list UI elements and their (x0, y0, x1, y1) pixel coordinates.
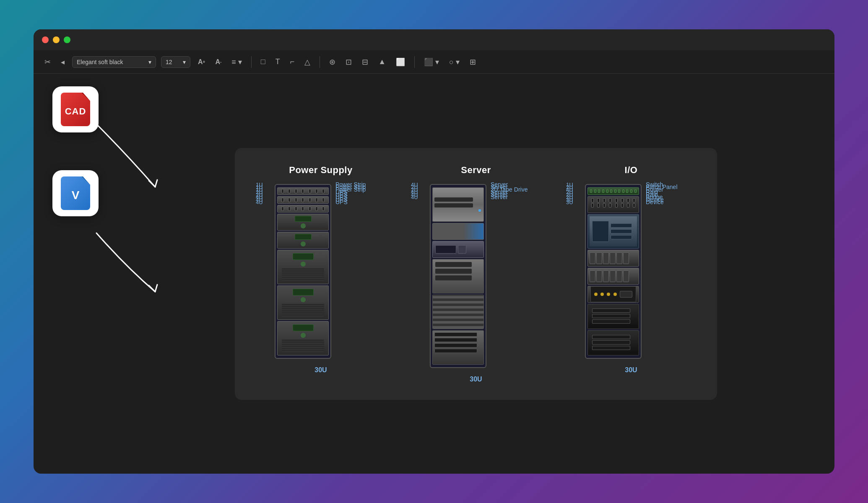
pp-16 (633, 203, 635, 207)
ups-2u-1 (277, 214, 329, 231)
ups-button-1 (301, 223, 306, 228)
server-rack-wrapper: 4U 2U 2U 4U 4U 4U (411, 184, 541, 368)
raid-2u-1 (587, 250, 639, 267)
rd-1 (590, 252, 595, 264)
sv-bay-3 (435, 275, 472, 280)
rectangle-button[interactable]: □ (258, 56, 268, 68)
text-button[interactable]: T (273, 56, 283, 68)
server-led-1 (478, 209, 481, 212)
router-row-1 (611, 223, 632, 228)
sp-2 (594, 189, 596, 193)
sp-1 (590, 189, 592, 193)
ups-vents-1 (282, 268, 325, 281)
arrow-button[interactable]: △ (302, 56, 313, 68)
socket-6 (315, 189, 318, 193)
socket-5 (309, 189, 311, 193)
rd-6 (623, 252, 629, 264)
scissors-button[interactable]: ✂ (42, 56, 53, 68)
sp-7 (614, 189, 616, 193)
io-labels-left: 1U 2U 4U 2U 2U 2U 3U (566, 184, 581, 203)
sv-slot-4 (434, 349, 477, 353)
socket-5 (309, 207, 311, 211)
ds-5 (592, 340, 630, 345)
sp-4 (602, 189, 604, 193)
font-selector[interactable]: Elegant soft black ▾ (72, 56, 156, 68)
router-face (590, 216, 637, 246)
power-strip-2 (277, 196, 329, 204)
rd-4 (610, 252, 616, 264)
sv-slot-3 (434, 343, 477, 347)
circle-button[interactable]: ○ ▾ (447, 56, 462, 68)
pp-12 (609, 203, 611, 207)
device-face-2 (590, 332, 637, 353)
rd-12 (623, 270, 629, 282)
patch-row-2 (590, 203, 637, 207)
fill-button[interactable]: ⬛ ▾ (421, 56, 442, 68)
connector-button[interactable]: ⌐ (288, 56, 297, 68)
ups-4u-2 (277, 285, 329, 320)
canvas-area[interactable]: Power Supply 1U 1U 1U 2U 2U (117, 74, 834, 474)
io-rack (585, 184, 642, 359)
flip-button[interactable]: ▲ (376, 56, 388, 68)
power-supply-rack (275, 184, 331, 359)
ups-display-5 (293, 324, 314, 331)
pointer-button[interactable]: ◂ (58, 56, 67, 68)
power-strip-3 (277, 205, 329, 213)
router-body (592, 221, 609, 242)
align-button[interactable]: ≡ ▾ (229, 56, 244, 68)
socket-4 (301, 207, 304, 211)
visio-app-icon[interactable]: V (52, 170, 99, 216)
decrease-font-button[interactable]: A- (213, 57, 224, 67)
cad-app-icon[interactable]: CAD (52, 86, 99, 132)
ds-1 (592, 309, 630, 313)
pp-15 (627, 203, 629, 207)
ups-display-1 (295, 216, 312, 222)
pp-2 (597, 198, 600, 202)
device-3u-1 (587, 304, 639, 329)
rd-10 (610, 270, 616, 282)
bp-4 (613, 293, 617, 296)
sv-bay-2 (435, 269, 472, 274)
pp-7 (627, 198, 629, 202)
sv-label-4u-4: 4U (411, 197, 426, 198)
socket-3 (295, 198, 297, 202)
font-size-selector[interactable]: 12 ▾ (161, 56, 190, 68)
server-labels-right: Server Server 2U Tape Drive Server Serve… (491, 184, 541, 198)
crop-button[interactable]: ⬜ (393, 56, 408, 68)
socket-1 (281, 207, 284, 211)
server-labels-left: 4U 2U 2U 4U 4U 4U (411, 184, 426, 198)
increase-font-button[interactable]: A+ (195, 57, 208, 67)
device-face-1 (590, 306, 637, 327)
socket-2 (288, 189, 291, 193)
maximize-button[interactable] (64, 36, 70, 43)
close-button[interactable] (42, 36, 49, 43)
frame-button[interactable]: ⊡ (343, 56, 354, 68)
power-supply-labels-left: 1U 1U 1U 2U 2U 4U 4U (256, 184, 270, 203)
socket-3 (295, 189, 297, 193)
font-size-label: 12 (166, 59, 172, 65)
server-rack (430, 184, 486, 368)
minimize-button[interactable] (53, 36, 60, 43)
pp-5 (615, 198, 618, 202)
sp-10 (626, 189, 628, 193)
ups-button-3 (301, 262, 306, 267)
io-rack-wrapper: 1U 2U 4U 2U 2U 2U 3U (566, 184, 696, 359)
server-4u-3 (432, 295, 484, 329)
sv-rlabel-6: Server (491, 197, 541, 198)
tape-button (458, 245, 466, 254)
socket-2 (288, 207, 291, 211)
align-objects-button[interactable]: ⊟ (359, 56, 371, 68)
power-supply-rack-wrapper: 1U 1U 1U 2U 2U 4U 4U (256, 184, 386, 359)
pp-10 (597, 203, 600, 207)
pp-13 (615, 203, 618, 207)
drive-bay-1 (434, 197, 473, 202)
power-supply-labels-right: Power Strip Power Strip Power Strip UPS … (335, 184, 386, 203)
layers-button[interactable]: ⊛ (327, 56, 338, 68)
pp-9 (591, 203, 594, 207)
sv-slot-1 (434, 332, 477, 337)
transform-button[interactable]: ⊞ (467, 56, 478, 68)
sp-9 (622, 189, 624, 193)
router-row-2 (611, 229, 632, 233)
socket-3 (295, 207, 297, 211)
ds-3 (592, 319, 630, 324)
